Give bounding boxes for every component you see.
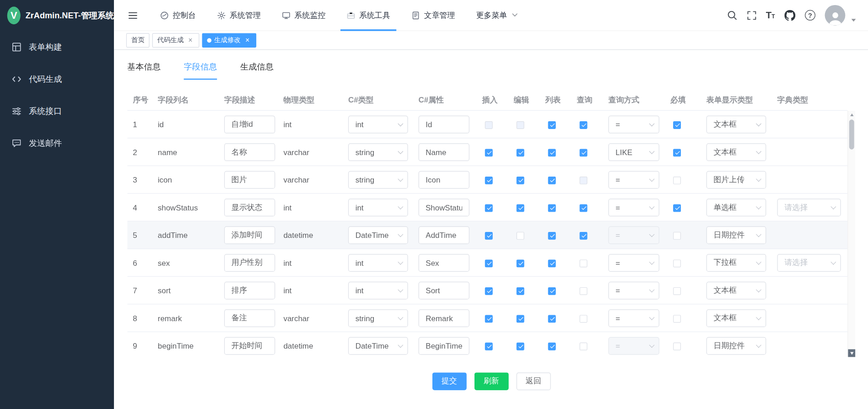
tab-generate-info[interactable]: 生成信息 <box>240 62 274 80</box>
edit-checkbox[interactable] <box>517 315 524 323</box>
sidebar-item-form-builder[interactable]: 表单构建 <box>0 31 114 63</box>
list-checkbox[interactable] <box>548 315 556 323</box>
csharp-property-input[interactable] <box>419 254 469 272</box>
column-desc-input[interactable] <box>224 281 275 299</box>
dict-type-select[interactable]: 请选择 <box>777 199 841 216</box>
hamburger-icon[interactable] <box>114 0 149 31</box>
column-desc-input[interactable] <box>224 115 275 133</box>
nav-item-system-management[interactable]: 系统管理 <box>206 0 271 31</box>
csharp-type-select[interactable]: int <box>348 281 408 299</box>
font-size-icon[interactable]: TT <box>766 11 775 20</box>
required-checkbox[interactable] <box>673 149 681 156</box>
sidebar-item-system-api[interactable]: 系统接口 <box>0 95 114 127</box>
csharp-type-select[interactable]: int <box>348 254 408 272</box>
column-desc-input[interactable] <box>224 309 275 327</box>
list-checkbox[interactable] <box>548 259 556 267</box>
list-checkbox[interactable] <box>548 287 556 295</box>
required-checkbox[interactable] <box>673 259 681 267</box>
column-desc-input[interactable] <box>224 337 275 355</box>
scroll-up-arrow[interactable] <box>848 111 855 118</box>
tag-code-generation[interactable]: 代码生成 × <box>152 33 199 47</box>
search-icon[interactable] <box>727 10 737 21</box>
csharp-type-select[interactable]: int <box>348 115 408 133</box>
tab-field-info[interactable]: 字段信息 <box>184 62 217 80</box>
list-checkbox[interactable] <box>548 149 556 156</box>
submit-button[interactable]: 提交 <box>432 372 466 390</box>
edit-checkbox[interactable] <box>517 231 524 239</box>
display-type-select[interactable]: 单选框 <box>706 199 766 216</box>
close-icon[interactable]: × <box>187 36 194 44</box>
csharp-property-input[interactable] <box>419 309 469 327</box>
required-checkbox[interactable] <box>673 342 681 350</box>
query-type-select[interactable]: = <box>609 254 659 272</box>
query-checkbox[interactable] <box>580 259 588 267</box>
list-checkbox[interactable] <box>548 204 556 212</box>
list-checkbox[interactable] <box>548 121 556 129</box>
display-type-select[interactable]: 文本框 <box>706 309 766 327</box>
column-desc-input[interactable] <box>224 199 275 216</box>
insert-checkbox[interactable] <box>485 149 493 156</box>
help-icon[interactable]: ? <box>805 10 815 21</box>
avatar-dropdown-caret[interactable] <box>852 19 856 22</box>
user-avatar[interactable] <box>825 5 846 26</box>
column-desc-input[interactable] <box>224 171 275 188</box>
csharp-type-select[interactable]: string <box>348 309 408 327</box>
edit-checkbox[interactable] <box>517 149 524 156</box>
query-checkbox[interactable] <box>580 204 588 212</box>
csharp-type-select[interactable]: string <box>348 171 408 188</box>
required-checkbox[interactable] <box>673 176 681 184</box>
display-type-select[interactable]: 图片上传 <box>706 171 766 188</box>
display-type-select[interactable]: 文本框 <box>706 143 766 161</box>
query-checkbox[interactable] <box>580 121 588 129</box>
back-button[interactable]: 返回 <box>516 372 550 390</box>
query-checkbox[interactable] <box>580 287 588 295</box>
query-type-select[interactable]: = <box>609 115 659 133</box>
edit-checkbox[interactable] <box>517 287 524 295</box>
query-checkbox[interactable] <box>580 315 588 323</box>
csharp-property-input[interactable] <box>419 226 469 244</box>
csharp-property-input[interactable] <box>419 337 469 355</box>
github-icon[interactable] <box>784 10 795 21</box>
column-desc-input[interactable] <box>224 226 275 244</box>
csharp-type-select[interactable]: DateTime <box>348 226 408 244</box>
nav-item-system-tools[interactable]: 系统工具 <box>336 0 401 31</box>
insert-checkbox[interactable] <box>485 231 493 239</box>
required-checkbox[interactable] <box>673 287 681 295</box>
column-desc-input[interactable] <box>224 254 275 272</box>
nav-item-article-management[interactable]: 文章管理 <box>401 0 466 31</box>
csharp-type-select[interactable]: int <box>348 199 408 216</box>
insert-checkbox[interactable] <box>485 287 493 295</box>
scroll-down-arrow[interactable] <box>848 349 855 357</box>
insert-checkbox[interactable] <box>485 259 493 267</box>
scrollbar-thumb[interactable] <box>849 119 854 149</box>
nav-item-dashboard[interactable]: 控制台 <box>150 0 207 31</box>
query-type-select[interactable]: = <box>609 309 659 327</box>
dict-type-select[interactable]: 请选择 <box>777 254 841 272</box>
column-desc-input[interactable] <box>224 143 275 161</box>
display-type-select[interactable]: 下拉框 <box>706 254 766 272</box>
query-checkbox[interactable] <box>580 231 588 239</box>
edit-checkbox[interactable] <box>517 176 524 184</box>
list-checkbox[interactable] <box>548 342 556 350</box>
close-icon[interactable]: × <box>243 36 251 44</box>
nav-item-more-menu[interactable]: 更多菜单 <box>465 0 528 31</box>
insert-checkbox[interactable] <box>485 342 493 350</box>
query-checkbox[interactable] <box>580 149 588 156</box>
query-checkbox[interactable] <box>580 342 588 350</box>
insert-checkbox[interactable] <box>485 204 493 212</box>
nav-item-system-monitor[interactable]: 系统监控 <box>271 0 336 31</box>
fullscreen-icon[interactable] <box>746 10 756 20</box>
sidebar-item-send-mail[interactable]: 发送邮件 <box>0 127 114 159</box>
edit-checkbox[interactable] <box>517 204 524 212</box>
csharp-property-input[interactable] <box>419 143 469 161</box>
tag-generate-edit[interactable]: 生成修改 × <box>202 33 257 47</box>
display-type-select[interactable]: 日期控件 <box>706 337 766 355</box>
required-checkbox[interactable] <box>673 121 681 129</box>
csharp-type-select[interactable]: string <box>348 143 408 161</box>
csharp-property-input[interactable] <box>419 281 469 299</box>
csharp-property-input[interactable] <box>419 171 469 188</box>
display-type-select[interactable]: 文本框 <box>706 281 766 299</box>
refresh-button[interactable]: 刷新 <box>474 372 508 390</box>
tag-home[interactable]: 首页 <box>126 33 150 47</box>
insert-checkbox[interactable] <box>485 315 493 323</box>
